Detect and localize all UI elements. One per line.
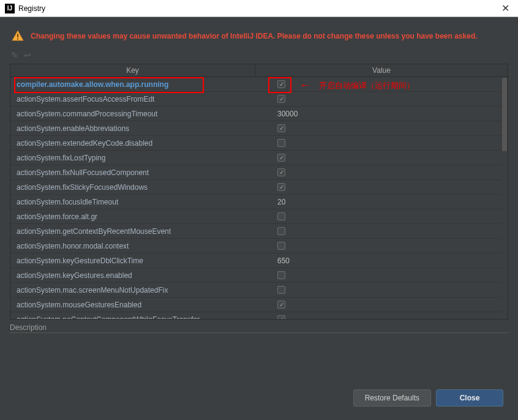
- checkbox[interactable]: [277, 168, 285, 176]
- registry-key: actionSystem.commandProcessingTimeout: [10, 110, 255, 118]
- checkbox[interactable]: [277, 286, 285, 294]
- warning-banner: Changing these values may cause unwanted…: [5, 27, 513, 49]
- registry-value[interactable]: [255, 139, 508, 147]
- registry-value[interactable]: 30000: [255, 110, 508, 118]
- registry-key: actionSystem.honor.modal.context: [10, 242, 255, 250]
- registry-key: actionSystem.getContextByRecentMouseEven…: [10, 227, 255, 236]
- checkbox[interactable]: [277, 242, 285, 250]
- restore-defaults-button[interactable]: Restore Defaults: [353, 389, 431, 407]
- app-icon: IJ: [5, 4, 15, 13]
- registry-key: actionSystem.mouseGesturesEnabled: [10, 301, 255, 309]
- registry-value[interactable]: [255, 301, 508, 309]
- table-row[interactable]: actionSystem.keyGestureDblClickTime650: [10, 253, 508, 268]
- close-button[interactable]: Close: [436, 389, 503, 407]
- registry-key: actionSystem.keyGestureDblClickTime: [10, 257, 255, 265]
- registry-value[interactable]: [255, 286, 508, 294]
- description-section: Description: [10, 323, 508, 333]
- table-row[interactable]: actionSystem.fixStickyFocusedWindows: [10, 180, 508, 195]
- registry-value[interactable]: [255, 242, 508, 250]
- registry-key: actionSystem.force.alt.gr: [10, 212, 255, 221]
- revert-icon[interactable]: ↩: [24, 50, 31, 60]
- registry-key: actionSystem.noContextComponentWhileFocu…: [10, 315, 255, 320]
- registry-key: actionSystem.assertFocusAccessFromEdt: [10, 95, 255, 103]
- toolbar: ✎ ↩: [5, 49, 513, 64]
- header-key[interactable]: Key: [10, 64, 255, 77]
- checkbox[interactable]: [277, 315, 285, 319]
- edit-icon[interactable]: ✎: [11, 50, 18, 60]
- registry-value[interactable]: 20: [255, 198, 508, 206]
- dialog-buttons: Restore Defaults Close: [5, 383, 513, 415]
- table-row[interactable]: actionSystem.assertFocusAccessFromEdt: [10, 92, 508, 107]
- registry-key: actionSystem.fixStickyFocusedWindows: [10, 183, 255, 192]
- svg-rect-0: [17, 34, 18, 37]
- table-row[interactable]: actionSystem.extendedKeyCode.disabled: [10, 136, 508, 151]
- registry-key: actionSystem.focusIdleTimeout: [10, 198, 255, 206]
- table-row[interactable]: actionSystem.force.alt.gr: [10, 209, 508, 224]
- table-body[interactable]: compiler.automake.allow.when.app.running…: [10, 77, 508, 319]
- checkbox[interactable]: [277, 271, 285, 279]
- checkbox[interactable]: [277, 227, 285, 235]
- table-row[interactable]: actionSystem.honor.modal.context: [10, 239, 508, 253]
- registry-key: actionSystem.keyGestures.enabled: [10, 271, 255, 280]
- table-row[interactable]: actionSystem.keyGestures.enabled: [10, 268, 508, 283]
- description-label: Description: [10, 323, 47, 333]
- checkbox[interactable]: [277, 80, 285, 88]
- close-icon[interactable]: ✕: [498, 2, 513, 14]
- warning-text: Changing these values may cause unwanted…: [31, 32, 478, 40]
- registry-key: actionSystem.fixLostTyping: [10, 154, 255, 162]
- table-row[interactable]: actionSystem.focusIdleTimeout20: [10, 195, 508, 209]
- checkbox[interactable]: [277, 154, 285, 162]
- checkbox[interactable]: [277, 183, 285, 191]
- checkbox[interactable]: [277, 139, 285, 147]
- registry-table: Key Value compiler.automake.allow.when.a…: [10, 64, 508, 320]
- registry-value[interactable]: [255, 183, 508, 191]
- scrollbar-thumb[interactable]: [502, 78, 507, 151]
- registry-value[interactable]: [255, 227, 508, 235]
- registry-value[interactable]: [255, 315, 508, 319]
- svg-rect-1: [17, 39, 18, 40]
- table-row[interactable]: actionSystem.commandProcessingTimeout300…: [10, 107, 508, 121]
- table-row[interactable]: actionSystem.noContextComponentWhileFocu…: [10, 312, 508, 319]
- table-row[interactable]: actionSystem.getContextByRecentMouseEven…: [10, 224, 508, 239]
- registry-key: actionSystem.extendedKeyCode.disabled: [10, 139, 255, 148]
- table-header: Key Value: [10, 64, 508, 77]
- registry-key: actionSystem.fixNullFocusedComponent: [10, 168, 255, 177]
- table-row[interactable]: compiler.automake.allow.when.app.running: [10, 77, 508, 92]
- registry-value[interactable]: [255, 212, 508, 220]
- registry-value[interactable]: [255, 271, 508, 279]
- registry-key: actionSystem.mac.screenMenuNotUpdatedFix: [10, 286, 255, 294]
- table-row[interactable]: actionSystem.mac.screenMenuNotUpdatedFix: [10, 283, 508, 298]
- dialog-content: Changing these values may cause unwanted…: [0, 17, 518, 420]
- registry-key: actionSystem.enableAbbreviations: [10, 124, 255, 133]
- warning-icon: [11, 29, 24, 43]
- header-value[interactable]: Value: [255, 64, 508, 77]
- registry-value[interactable]: [255, 154, 508, 162]
- registry-value[interactable]: [255, 95, 508, 103]
- scrollbar[interactable]: [501, 78, 508, 319]
- checkbox[interactable]: [277, 95, 285, 103]
- table-row[interactable]: actionSystem.fixLostTyping: [10, 151, 508, 165]
- registry-value[interactable]: [255, 168, 508, 176]
- checkbox[interactable]: [277, 212, 285, 220]
- checkbox[interactable]: [277, 124, 285, 132]
- table-row[interactable]: actionSystem.mouseGesturesEnabled: [10, 298, 508, 312]
- window-title: Registry: [18, 4, 498, 13]
- registry-value[interactable]: [255, 80, 508, 88]
- table-row[interactable]: actionSystem.enableAbbreviations: [10, 121, 508, 136]
- titlebar: IJ Registry ✕: [0, 0, 518, 17]
- checkbox[interactable]: [277, 301, 285, 309]
- registry-value[interactable]: [255, 124, 508, 132]
- registry-value[interactable]: 650: [255, 257, 508, 265]
- registry-key: compiler.automake.allow.when.app.running: [10, 80, 255, 89]
- table-row[interactable]: actionSystem.fixNullFocusedComponent: [10, 165, 508, 180]
